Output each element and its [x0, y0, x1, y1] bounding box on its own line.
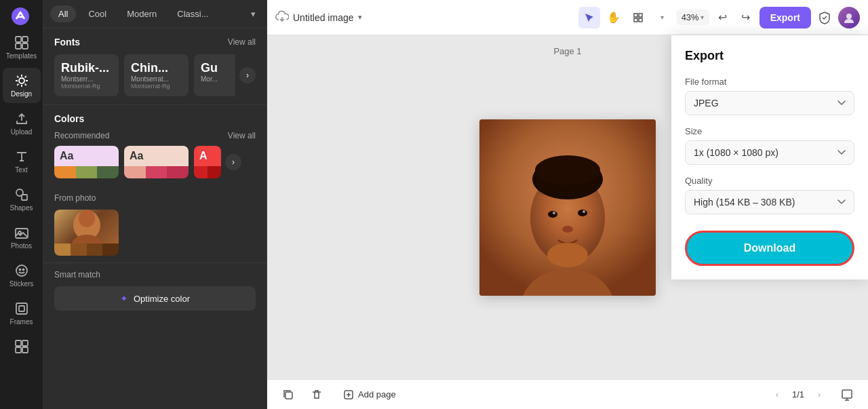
svg-rect-2 [16, 37, 21, 42]
page-counter: 1/1 [792, 389, 804, 400]
sidebar-item-text[interactable]: Text [3, 144, 41, 179]
palette-card-2[interactable]: Aa [124, 146, 189, 178]
svg-rect-16 [16, 340, 21, 346]
swatch-3-1 [194, 166, 208, 178]
svg-point-12 [19, 269, 20, 271]
fonts-view-all[interactable]: View all [228, 37, 256, 47]
font-card-1-sub2: Montserrat-Rg [61, 83, 112, 90]
app-logo[interactable] [9, 5, 31, 27]
sidebar-item-shapes-label: Shapes [10, 204, 33, 212]
tab-classic[interactable]: Classi... [169, 5, 216, 22]
from-photo-image [54, 210, 119, 244]
sidebar-item-frames[interactable]: Frames [3, 296, 41, 331]
sidebar-item-design[interactable]: Design [3, 68, 41, 103]
doc-arrow-icon[interactable]: ▾ [358, 13, 362, 22]
grab-tool-button[interactable]: ✋ [603, 7, 625, 28]
sidebar-item-photos-label: Photos [11, 242, 32, 250]
svg-point-13 [22, 269, 24, 271]
smart-match-section: Smart match ✦ Optimize color [43, 262, 267, 317]
cloud-icon [275, 10, 289, 25]
tab-cool[interactable]: Cool [80, 5, 115, 22]
add-page-button[interactable]: Add page [335, 385, 404, 404]
quality-label: Quality [685, 176, 854, 186]
palette-card-3[interactable]: A [194, 146, 221, 178]
zoom-control[interactable]: 43% ▾ [676, 9, 709, 25]
sidebar-item-frames-label: Frames [10, 318, 33, 326]
svg-point-38 [547, 243, 588, 267]
svg-rect-39 [285, 392, 292, 399]
swatch-2-2 [146, 166, 167, 178]
svg-rect-4 [16, 43, 21, 49]
fonts-nav-arrow[interactable]: › [239, 67, 256, 83]
tab-all[interactable]: All [50, 5, 76, 22]
font-card-2-title: Chin... [131, 61, 182, 75]
duplicate-page-button[interactable] [278, 385, 298, 405]
file-format-select[interactable]: JPEG PNG PDF SVG [685, 91, 854, 115]
svg-rect-23 [634, 14, 637, 17]
palette-2-label: Aa [124, 146, 189, 166]
prev-page-button[interactable]: ‹ [768, 385, 787, 404]
font-card-3-sub: Mor... [201, 75, 235, 83]
redo-button[interactable]: ↪ [735, 7, 757, 28]
from-photo-label: From photo [54, 193, 96, 203]
filter-more-button[interactable]: ▾ [247, 6, 260, 22]
sidebar-item-stickers[interactable]: Stickers [3, 258, 41, 293]
font-card-2[interactable]: Chin... Montserrat... Montserrat-Rg [124, 54, 189, 96]
sidebar-item-shapes[interactable]: Shapes [3, 182, 41, 217]
svg-point-32 [535, 155, 600, 185]
font-card-1[interactable]: Rubik-... Montserr... Montserrat-Rg [54, 54, 119, 96]
sidebar-item-photos[interactable]: Photos [3, 220, 41, 255]
svg-point-11 [16, 265, 27, 276]
sidebar-item-upload[interactable]: Upload [3, 106, 41, 141]
undo-button[interactable]: ↩ [712, 7, 734, 28]
quality-select[interactable]: High (154 KB – 308 KB) Medium Low [685, 190, 854, 214]
recommended-header: Recommended View all [54, 131, 256, 140]
present-button[interactable] [837, 385, 857, 405]
font-card-3[interactable]: Gu Mor... [194, 54, 235, 96]
optimize-icon: ✦ [120, 293, 128, 304]
colors-view-all[interactable]: View all [228, 131, 256, 140]
font-card-3-title: Gu [201, 61, 235, 75]
grid-dropdown-arrow[interactable]: ▾ [652, 7, 673, 28]
font-card-1-title: Rubik-... [61, 61, 112, 75]
colors-nav-arrow[interactable]: › [225, 154, 241, 170]
sidebar-item-templates[interactable]: Templates [3, 30, 41, 65]
from-photo-swatches [54, 244, 119, 256]
tab-modern[interactable]: Modern [119, 5, 165, 22]
palette-card-1[interactable]: Aa [54, 146, 119, 178]
add-page-label: Add page [358, 389, 396, 400]
font-card-1-sub: Montserr... [61, 75, 112, 83]
sidebar-item-templates-label: Templates [6, 52, 37, 60]
fps-1 [54, 244, 71, 256]
sidebar-item-stickers-label: Stickers [9, 280, 34, 288]
palette-3-label: A [194, 146, 221, 166]
export-button[interactable]: Export [760, 7, 811, 28]
grid-tool-button[interactable] [627, 7, 649, 28]
delete-page-button[interactable] [307, 385, 327, 405]
avatar[interactable] [838, 7, 860, 28]
size-select[interactable]: 1x (1080 × 1080 px) 2x (2160 × 2160 px) [685, 140, 854, 165]
doc-title: Untitled image [293, 12, 354, 23]
shield-button[interactable] [814, 7, 835, 28]
smart-match-label: Smart match [54, 270, 100, 279]
sidebar-item-design-label: Design [11, 90, 32, 98]
download-button[interactable]: Download [685, 231, 854, 266]
svg-rect-24 [639, 14, 642, 17]
svg-point-34 [553, 212, 555, 214]
from-photo-card[interactable] [54, 210, 119, 256]
sidebar-item-text-label: Text [15, 166, 27, 174]
swatch-1-1 [54, 166, 76, 178]
svg-rect-17 [22, 340, 28, 346]
canvas-image[interactable] [479, 119, 656, 296]
select-tool-button[interactable] [578, 7, 600, 28]
svg-point-37 [562, 226, 573, 233]
size-group: Size 1x (1080 × 1080 px) 2x (2160 × 2160… [685, 126, 854, 165]
export-panel: Export File format JPEG PNG PDF SVG Size… [671, 35, 868, 279]
svg-point-27 [846, 14, 852, 19]
next-page-button[interactable]: › [810, 385, 829, 404]
optimize-color-button[interactable]: ✦ Optimize color [54, 286, 256, 311]
topbar: Untitled image ▾ ✋ ▾ 43% [267, 0, 868, 35]
font-cards: Rubik-... Montserr... Montserrat-Rg Chin… [54, 54, 235, 96]
sidebar-item-more[interactable] [3, 334, 41, 359]
svg-rect-25 [634, 18, 637, 22]
